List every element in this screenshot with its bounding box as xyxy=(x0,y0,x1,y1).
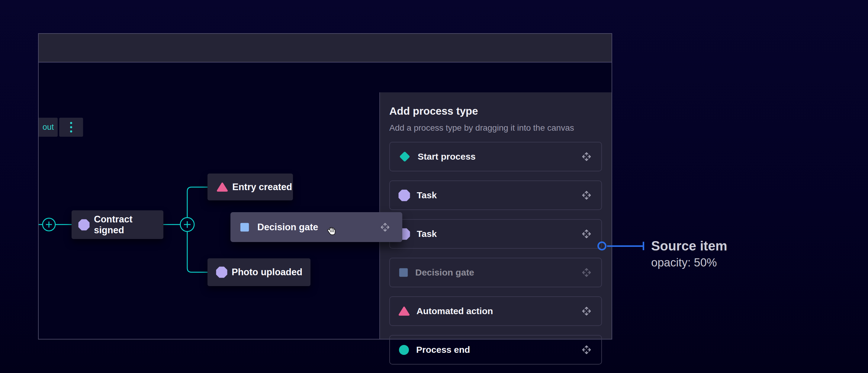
flow-canvas[interactable]: out Contract signed Entry created Photo … xyxy=(39,63,612,339)
node-photo-uploaded[interactable]: Photo uploaded xyxy=(208,258,310,286)
add-process-type-panel: Add process type Add a process type by d… xyxy=(379,92,612,339)
palette-item-label: Automated action xyxy=(416,306,493,316)
panel-subtitle: Add a process type by dragging it into t… xyxy=(389,123,612,133)
node-label: Contract signed xyxy=(94,214,163,236)
node-label: Decision gate xyxy=(257,222,318,233)
zoom-out-button[interactable]: out xyxy=(39,118,58,137)
palette-item-decision-gate-source[interactable]: Decision gate xyxy=(389,258,602,287)
square-icon xyxy=(398,267,409,278)
move-handle-icon[interactable] xyxy=(581,151,592,162)
octagon-icon xyxy=(398,190,410,201)
panel-title: Add process type xyxy=(389,105,612,117)
move-handle-icon[interactable] xyxy=(379,222,391,233)
palette-item-label: Task xyxy=(417,229,437,239)
annotation-line-end-tick xyxy=(643,242,644,250)
palette-item-label: Start process xyxy=(418,151,476,162)
annotation-text: Source item opacity: 50% xyxy=(651,238,727,269)
palette-item-label: Process end xyxy=(416,345,470,355)
app-window: out Contract signed Entry created Photo … xyxy=(38,33,612,339)
palette-item-start-process[interactable]: Start process xyxy=(389,142,602,171)
kebab-menu-icon xyxy=(70,122,72,133)
square-icon xyxy=(240,222,250,232)
move-handle-icon[interactable] xyxy=(581,344,592,355)
move-handle-icon[interactable] xyxy=(581,228,592,240)
triangle-icon xyxy=(398,306,410,316)
add-node-button xyxy=(180,217,194,232)
node-decision-gate-dragging[interactable]: Decision gate xyxy=(230,212,402,242)
circle-icon xyxy=(398,344,409,355)
palette-item-task[interactable]: Task xyxy=(389,180,602,210)
palette-item-label: Decision gate xyxy=(415,267,474,278)
grab-cursor-icon xyxy=(326,226,336,237)
octagon-icon xyxy=(216,267,227,278)
palette-item-process-end[interactable]: Process end xyxy=(389,335,602,365)
move-handle-icon[interactable] xyxy=(581,190,592,201)
node-contract-signed[interactable]: Contract signed xyxy=(71,210,163,239)
triangle-icon xyxy=(217,182,228,193)
add-node-button xyxy=(42,218,55,231)
annotation-marker-circle xyxy=(597,241,607,250)
annotation-subtitle: opacity: 50% xyxy=(651,256,727,269)
diamond-icon xyxy=(398,150,411,163)
annotation-connector-line xyxy=(607,245,643,247)
more-options-button[interactable] xyxy=(59,118,83,137)
palette-item-automated-action[interactable]: Automated action xyxy=(389,296,602,326)
window-toolbar xyxy=(39,34,612,63)
node-label: Entry created xyxy=(232,182,292,193)
palette-item-label: Task xyxy=(417,190,437,200)
move-handle-icon[interactable] xyxy=(581,305,592,317)
octagon-icon xyxy=(78,219,90,231)
node-label: Photo uploaded xyxy=(231,267,302,278)
node-entry-created[interactable]: Entry created xyxy=(208,173,293,200)
palette-item-task[interactable]: Task xyxy=(389,219,602,249)
annotation-title: Source item xyxy=(651,238,727,253)
move-handle-icon[interactable] xyxy=(581,267,592,278)
